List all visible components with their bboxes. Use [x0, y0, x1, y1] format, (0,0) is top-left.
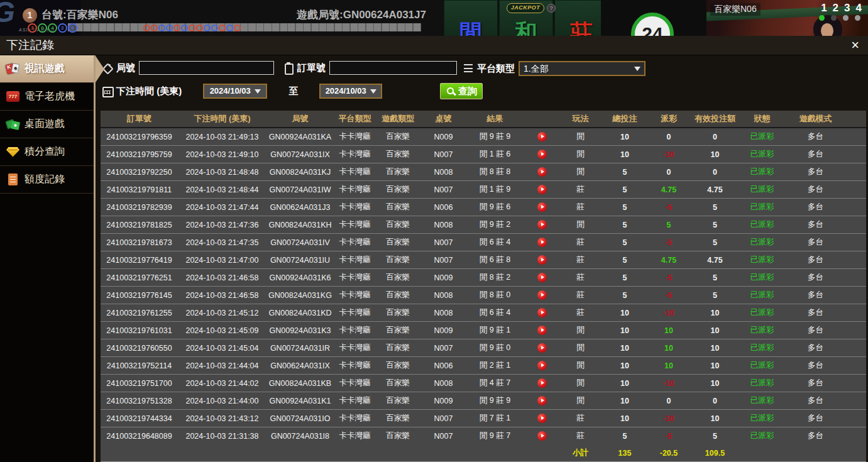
cell-total-bet: 10 — [600, 375, 649, 392]
cell-round-no: GN00824A031KB — [266, 375, 334, 392]
cell-order-no: 241003219776251 — [101, 269, 178, 287]
play-replay-button[interactable] — [537, 431, 547, 441]
play-replay-button[interactable] — [537, 326, 547, 335]
cell-order-no: 241003219752114 — [101, 357, 178, 375]
to-label: 至 — [288, 85, 298, 97]
close-icon[interactable]: × — [849, 38, 862, 52]
jackpot-help-icon[interactable]: ? — [547, 4, 556, 13]
road-dot — [234, 25, 241, 31]
cell-order-no: 241003219648089 — [101, 427, 178, 445]
cell-bet-time: 2024-10-03 21:46:58 — [178, 287, 266, 304]
cam-number[interactable]: 4 — [856, 2, 862, 14]
cell-replay — [523, 287, 561, 304]
cell-round-no: GN00724A031IX — [266, 146, 334, 163]
cell-game-type: 百家樂 — [376, 375, 420, 392]
bet-records-table: 訂單號下注時間 (美東)局號平台類型遊戲類型桌號結果玩法總投注派彩有效投注額狀態… — [101, 111, 866, 462]
column-header: 遊戲模式 — [783, 111, 849, 128]
play-replay-button[interactable] — [537, 167, 547, 177]
cell-wager-type: 莊 — [561, 287, 600, 304]
cell-round-no: GN00924A031K1 — [266, 392, 334, 410]
sidebar-item-table-games[interactable]: 桌面遊戲 — [0, 111, 94, 138]
play-replay-button[interactable] — [537, 361, 547, 370]
play-replay-button[interactable] — [537, 378, 547, 388]
play-replay-button[interactable] — [537, 273, 547, 282]
sidebar-item-points[interactable]: 積分查詢 — [0, 138, 94, 166]
table-row: 241003219796359 2024-10-03 21:49:13 GN00… — [101, 128, 866, 146]
cell-round-no: GN00624A031J3 — [266, 199, 334, 216]
table-row: 241003219744334 2024-10-03 21:43:12 GN00… — [101, 410, 866, 427]
cell-table-no: N008 — [420, 375, 467, 392]
cell-status: 已派彩 — [742, 410, 783, 427]
play-replay-button[interactable] — [537, 255, 547, 265]
cell-wager-type: 閒 — [561, 392, 600, 410]
date-to-picker[interactable]: 2024/10/03 — [319, 84, 382, 99]
table-row: 241003219776145 2024-10-03 21:46:58 GN00… — [101, 287, 866, 304]
play-replay-button[interactable] — [537, 343, 547, 353]
column-header-filler — [849, 111, 866, 128]
sidebar-item-video-games[interactable]: 視訊遊戲 — [0, 55, 94, 83]
round-filter-group: 局號 — [102, 61, 274, 75]
cam-number[interactable]: 3 — [844, 2, 850, 14]
play-replay-button[interactable] — [537, 238, 547, 247]
cell-game-type: 百家樂 — [376, 357, 420, 375]
cell-result: 閒 8 莊 0 — [467, 287, 523, 304]
bead-marker: 3 — [28, 23, 37, 33]
cell-game-type: 百家樂 — [376, 216, 420, 234]
cell-bet-time: 2024-10-03 21:43:12 — [178, 410, 266, 427]
cell-table-no: N006 — [420, 199, 467, 216]
column-header: 派彩 — [649, 111, 688, 128]
cell-filler — [849, 269, 866, 287]
play-replay-button[interactable] — [537, 290, 547, 300]
cell-order-no: 241003219796359 — [101, 128, 178, 146]
summary-section: 小計 135 -20.5 109.5 總計 135 -20.5 109.5 — [101, 444, 866, 462]
play-replay-button[interactable] — [537, 185, 547, 194]
cell-round-no: GN00924A031K6 — [266, 269, 334, 287]
play-replay-button[interactable] — [537, 132, 547, 141]
sidebar-item-slots[interactable]: 電子老虎機 — [0, 83, 94, 111]
cell-game-type: 百家樂 — [376, 251, 420, 269]
play-replay-button[interactable] — [537, 308, 547, 317]
cell-total-bet: 10 — [600, 128, 649, 146]
cell-order-no: 241003219781825 — [101, 216, 178, 234]
cell-filler — [849, 392, 866, 410]
cell-bet-time: 2024-10-03 21:48:44 — [178, 181, 266, 199]
play-replay-button[interactable] — [537, 202, 547, 212]
cam-number[interactable]: 1 — [821, 2, 827, 14]
cell-bet-time: 2024-10-03 21:31:38 — [178, 427, 266, 445]
cam-number[interactable]: 2 — [833, 2, 838, 14]
play-replay-button[interactable] — [537, 150, 547, 159]
search-button[interactable]: 查詢 — [440, 83, 483, 99]
cell-table-no: N007 — [420, 410, 467, 427]
cell-replay — [523, 322, 561, 339]
cell-result: 閒 6 莊 4 — [467, 234, 523, 251]
cell-valid-bet: 0 — [688, 392, 742, 410]
cell-status: 已派彩 — [742, 163, 783, 181]
cell-status: 已派彩 — [742, 375, 783, 392]
cell-game-type: 百家樂 — [376, 269, 420, 287]
date-from-picker[interactable]: 2024/10/03 — [203, 84, 267, 99]
bet-zone-player[interactable]: 閒 — [444, 0, 498, 36]
road-dot — [158, 25, 165, 31]
sidebar-item-credit-records[interactable]: 額度記錄 — [0, 166, 94, 194]
cell-table-no: N008 — [420, 216, 467, 234]
cell-valid-bet: 10 — [688, 339, 742, 357]
play-replay-button[interactable] — [537, 414, 547, 423]
road-dot — [226, 25, 233, 31]
cell-table-no: N008 — [420, 287, 467, 304]
cell-round-no: GN00924A031K3 — [266, 322, 334, 339]
cell-payout: 0 — [649, 163, 688, 181]
round-number-input[interactable] — [139, 61, 274, 75]
column-header: 結果 — [467, 111, 523, 128]
play-replay-button[interactable] — [537, 220, 547, 229]
cell-result: 閒 9 莊 1 — [467, 322, 523, 339]
screen: G ASIA GAMING 1 台號:百家樂N06 30429 遊戲局號:GN0… — [0, 0, 868, 462]
table-row: 241003219776251 2024-10-03 21:46:58 GN00… — [101, 269, 866, 287]
order-number-input[interactable] — [329, 61, 457, 75]
cell-game-type: 百家樂 — [376, 234, 420, 251]
cell-valid-bet: 10 — [688, 146, 742, 163]
cell-valid-bet: 5 — [688, 199, 742, 216]
platform-select[interactable]: 1.全部 — [519, 61, 646, 76]
cell-valid-bet: 10 — [688, 410, 742, 427]
cell-payout: -5 — [649, 287, 688, 304]
play-replay-button[interactable] — [537, 396, 547, 405]
